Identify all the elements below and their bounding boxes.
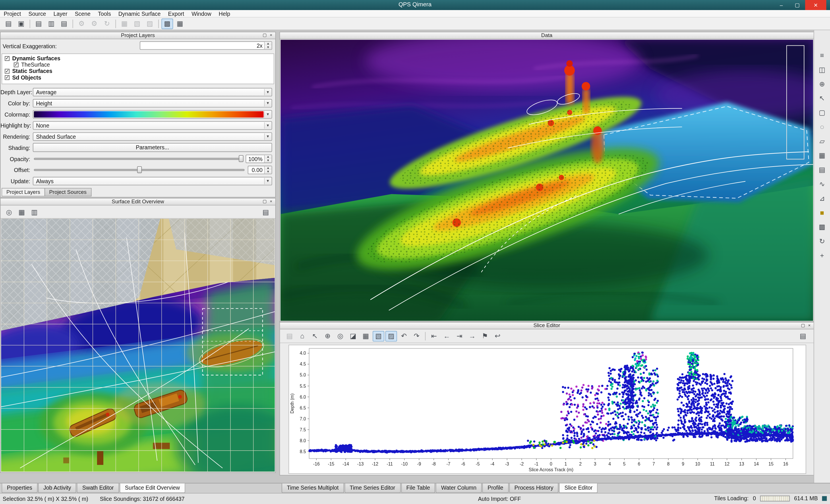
close-panel-icon[interactable]: × bbox=[268, 198, 274, 205]
notes-icon[interactable]: ▤ bbox=[797, 330, 809, 341]
next-slice-icon[interactable]: → bbox=[466, 330, 478, 341]
grid-display-icon[interactable]: ▦ bbox=[16, 207, 28, 217]
zoom-window-mode-icon[interactable]: ◎ bbox=[334, 330, 346, 341]
undo-icon[interactable]: ↶ bbox=[398, 330, 410, 341]
tree-item-dynamic-surfaces[interactable]: ✓Dynamic Surfaces bbox=[2, 55, 274, 61]
opacity-slider[interactable] bbox=[33, 154, 244, 163]
tab-water-column[interactable]: Water Column bbox=[436, 483, 482, 493]
checkbox-thesurface[interactable]: ✓ bbox=[14, 62, 19, 67]
menu-dynamic-surface[interactable]: Dynamic Surface bbox=[115, 10, 164, 17]
colormap-dropdown[interactable]: ▼ bbox=[33, 110, 272, 119]
erase-mode-icon[interactable]: ◪ bbox=[347, 330, 359, 341]
menu-tools[interactable]: Tools bbox=[94, 10, 115, 17]
tab-job-activity[interactable]: Job Activity bbox=[38, 483, 76, 493]
float-panel-icon[interactable]: ▢ bbox=[261, 198, 268, 205]
minimize-button[interactable]: – bbox=[773, 0, 789, 10]
chevron-down-icon[interactable]: ▼ bbox=[264, 122, 271, 128]
open-project-icon[interactable]: ▣ bbox=[15, 19, 27, 29]
tree-item-thesurface[interactable]: ✓TheSurface bbox=[2, 61, 274, 68]
tab-swath-editor[interactable]: Swath Editor bbox=[77, 483, 119, 493]
float-panel-icon[interactable]: ▢ bbox=[800, 322, 806, 329]
lasso-select-icon[interactable]: ◌ bbox=[816, 121, 828, 133]
project-layers-header[interactable]: Project Layers ▢ × bbox=[1, 32, 275, 39]
menu-source[interactable]: Source bbox=[25, 10, 50, 17]
opacity-slider-handle[interactable] bbox=[239, 155, 244, 162]
spin-up-icon[interactable]: ▲ bbox=[265, 42, 272, 46]
notes-icon[interactable]: ▤ bbox=[260, 207, 272, 217]
color-by-dropdown[interactable]: Height▼ bbox=[33, 99, 272, 107]
data-3d-view[interactable] bbox=[281, 40, 813, 321]
rendering-dropdown[interactable]: Shaded Surface▼ bbox=[33, 132, 272, 141]
select-cursor-icon[interactable]: ↖ bbox=[816, 92, 828, 104]
next-slice-keep-icon[interactable]: ⇥ bbox=[454, 330, 466, 341]
bathymetry-3d-scene[interactable] bbox=[281, 40, 813, 321]
menu-layer[interactable]: Layer bbox=[50, 10, 71, 17]
zoom-extents-icon[interactable]: ⊕ bbox=[816, 78, 828, 90]
menu-window[interactable]: Window bbox=[188, 10, 215, 17]
float-panel-icon[interactable]: ▢ bbox=[261, 32, 268, 38]
accept-table-icon[interactable]: ▦ bbox=[360, 330, 372, 341]
chevron-down-icon[interactable]: ▼ bbox=[264, 111, 271, 117]
layer-display-icon[interactable]: ≡ bbox=[816, 49, 828, 61]
title-bar[interactable]: QPS Qimera – ▢ × bbox=[0, 0, 830, 10]
tab-time-series-multiplot[interactable]: Time Series Multiplot bbox=[282, 483, 344, 493]
update-dropdown[interactable]: Always▼ bbox=[33, 177, 272, 185]
rotate-view-icon[interactable]: ↻ bbox=[816, 235, 828, 247]
tab-time-series-editor[interactable]: Time Series Editor bbox=[345, 483, 401, 493]
tree-item-sd-objects[interactable]: ✓Sd Objects bbox=[2, 74, 274, 81]
menu-scene[interactable]: Scene bbox=[71, 10, 94, 17]
opacity-spinner[interactable]: 100%▲▼ bbox=[246, 154, 272, 163]
view-orientation-icon[interactable]: ◫ bbox=[816, 63, 828, 75]
measure-tool-icon[interactable]: ⊿ bbox=[816, 192, 828, 204]
rectangle-select-icon[interactable]: ▢ bbox=[816, 106, 828, 119]
profile-tool-icon[interactable]: ∿ bbox=[816, 178, 828, 190]
add-raw-sonar-files-icon[interactable]: ▤ bbox=[33, 19, 44, 29]
redo-icon[interactable]: ↷ bbox=[411, 330, 423, 341]
close-button[interactable]: × bbox=[805, 0, 826, 10]
tab-surface-edit-overview[interactable]: Surface Edit Overview bbox=[120, 483, 185, 493]
checkbox-sd-objects[interactable]: ✓ bbox=[5, 75, 10, 80]
matrix-view-icon[interactable]: ▦ bbox=[816, 149, 828, 161]
return-to-current-icon[interactable]: ↩ bbox=[492, 330, 504, 341]
home-view-icon[interactable]: ⌂ bbox=[296, 330, 308, 341]
pan-view-icon[interactable]: + bbox=[816, 249, 828, 261]
checkbox-static-surfaces[interactable]: ✓ bbox=[5, 69, 10, 73]
slice-editor-header[interactable]: Slice Editor ▢ × bbox=[280, 322, 813, 329]
flag-sounding-icon[interactable]: ⚑ bbox=[479, 330, 491, 341]
chevron-down-icon[interactable]: ▼ bbox=[264, 100, 271, 106]
surface-grid-icon[interactable]: ▩ bbox=[816, 221, 828, 233]
colormap-tool-icon[interactable]: ■ bbox=[816, 207, 828, 219]
tree-item-static-surfaces[interactable]: ✓Static Surfaces bbox=[2, 68, 274, 74]
tab-project-layers[interactable]: Project Layers bbox=[2, 188, 45, 197]
reject-mode-icon[interactable]: ▨ bbox=[385, 330, 397, 341]
maximize-button[interactable]: ▢ bbox=[789, 0, 805, 10]
menu-help[interactable]: Help bbox=[215, 10, 234, 17]
swath-editor-tool-icon[interactable]: ▦ bbox=[174, 19, 186, 29]
data-panel-header[interactable]: Data bbox=[280, 32, 813, 39]
menu-export[interactable]: Export bbox=[164, 10, 188, 17]
offset-slider[interactable] bbox=[33, 165, 246, 174]
polygon-select-icon[interactable]: ▱ bbox=[816, 135, 828, 147]
shading-parameters-button[interactable]: Parameters... bbox=[33, 143, 272, 152]
resize-grip[interactable] bbox=[822, 496, 827, 501]
previous-slice-icon[interactable]: ← bbox=[441, 330, 453, 341]
checkbox-dynamic-surfaces[interactable]: ✓ bbox=[5, 56, 10, 61]
tab-project-sources[interactable]: Project Sources bbox=[44, 188, 91, 197]
zoom-extents-icon[interactable]: ◎ bbox=[3, 207, 15, 217]
offset-slider-handle[interactable] bbox=[137, 166, 142, 173]
chevron-down-icon[interactable]: ▼ bbox=[264, 89, 271, 95]
import-data-icon[interactable]: ▤ bbox=[58, 19, 70, 29]
spin-down-icon[interactable]: ▼ bbox=[265, 159, 272, 162]
tab-file-table[interactable]: File Table bbox=[401, 483, 435, 493]
tab-process-history[interactable]: Process History bbox=[509, 483, 558, 493]
slice-editor-tool-icon[interactable]: ▩ bbox=[161, 19, 173, 29]
spreadsheet-icon[interactable]: ▤ bbox=[816, 164, 828, 176]
zoom-in-mode-icon[interactable]: ⊕ bbox=[322, 330, 333, 341]
tab-profile[interactable]: Profile bbox=[482, 483, 509, 493]
spin-up-icon[interactable]: ▲ bbox=[265, 155, 272, 159]
spin-down-icon[interactable]: ▼ bbox=[265, 46, 272, 50]
accept-mode-icon[interactable]: ▧ bbox=[373, 330, 384, 341]
surface-edit-overview-map[interactable] bbox=[1, 219, 275, 472]
tile-display-icon[interactable]: ▥ bbox=[29, 207, 40, 217]
depth-layer-dropdown[interactable]: Average▼ bbox=[33, 88, 272, 96]
